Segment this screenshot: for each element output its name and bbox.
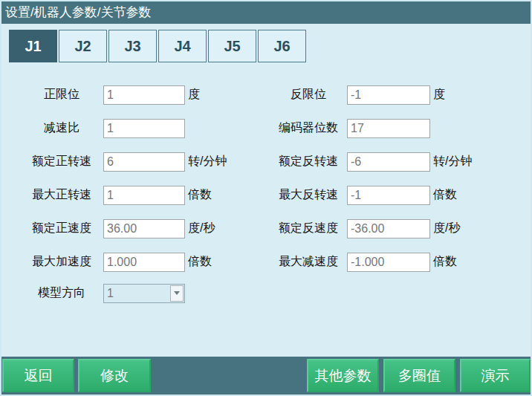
row-rated-reverse-velocity: 额定反速度 度/秒 (271, 212, 460, 245)
row-model-direction: 模型方向 1 (22, 276, 185, 310)
other-params-button[interactable]: 其他参数 (307, 359, 379, 392)
tab-j5[interactable]: J5 (208, 30, 256, 62)
max-reverse-speed-unit: 倍数 (433, 187, 457, 203)
row-rated-forward-speed: 额定正转速 转/分钟 (22, 145, 227, 178)
row-rated-forward-velocity: 额定正速度 度/秒 (22, 212, 215, 245)
rated-forward-velocity-unit: 度/秒 (188, 221, 215, 236)
row-reduction-ratio: 减速比 (22, 111, 188, 145)
joint-tabs: J1 J2 J3 J4 J5 J6 (9, 30, 531, 62)
model-direction-label: 模型方向 (22, 285, 102, 301)
max-forward-speed-input[interactable] (103, 186, 185, 205)
row-negative-limit: 反限位 度 (271, 78, 445, 111)
model-direction-dropdown[interactable]: 1 (103, 284, 185, 303)
row-positive-limit: 正限位 度 (22, 78, 200, 111)
max-reverse-speed-input[interactable] (347, 186, 430, 205)
row-rated-reverse-speed: 额定反转速 转/分钟 (271, 145, 472, 178)
tab-j1[interactable]: J1 (9, 30, 57, 62)
row-max-reverse-speed: 最大反转速 倍数 (271, 178, 457, 212)
rated-forward-speed-input[interactable] (103, 152, 185, 172)
rated-reverse-speed-unit: 转/分钟 (433, 154, 472, 169)
row-max-deceleration: 最大减速度 倍数 (271, 245, 457, 279)
max-acceleration-input[interactable] (103, 253, 185, 272)
row-max-forward-speed: 最大正转速 倍数 (22, 178, 212, 212)
footer-bar: 返回 修改 其他参数 多圈值 演示 (1, 357, 531, 395)
row-encoder-bits: 编码器位数 (271, 111, 433, 145)
reduction-ratio-label: 减速比 (22, 120, 102, 136)
multi-turn-button[interactable]: 多圈值 (383, 359, 455, 392)
modify-button[interactable]: 修改 (78, 359, 151, 392)
rated-reverse-speed-label: 额定反转速 (271, 154, 346, 169)
negative-limit-label: 反限位 (271, 87, 346, 103)
max-deceleration-label: 最大减速度 (271, 254, 346, 270)
dropdown-arrow-button[interactable] (170, 285, 184, 302)
negative-limit-input[interactable] (347, 85, 430, 105)
tab-j6[interactable]: J6 (258, 30, 306, 62)
rated-forward-velocity-label: 额定正速度 (22, 221, 102, 236)
row-max-acceleration: 最大加速度 倍数 (22, 245, 212, 279)
max-deceleration-unit: 倍数 (433, 254, 457, 270)
rated-forward-speed-label: 额定正转速 (22, 154, 102, 169)
positive-limit-label: 正限位 (22, 87, 102, 103)
encoder-bits-label: 编码器位数 (271, 120, 346, 136)
max-acceleration-label: 最大加速度 (22, 254, 102, 270)
rated-forward-speed-unit: 转/分钟 (188, 154, 227, 169)
rated-forward-velocity-input[interactable] (103, 219, 185, 238)
encoder-bits-input[interactable] (347, 119, 430, 138)
positive-limit-input[interactable] (103, 85, 185, 105)
demo-button[interactable]: 演示 (460, 359, 531, 392)
model-direction-value: 1 (104, 287, 170, 300)
max-forward-speed-label: 最大正转速 (22, 187, 102, 203)
back-button[interactable]: 返回 (2, 359, 74, 392)
max-deceleration-input[interactable] (347, 253, 430, 272)
tab-j4[interactable]: J4 (158, 30, 207, 62)
max-forward-speed-unit: 倍数 (188, 187, 212, 203)
max-reverse-speed-label: 最大反转速 (271, 187, 346, 203)
breadcrumb-title: 设置/机器人参数/关节参数 (5, 5, 151, 19)
max-acceleration-unit: 倍数 (188, 254, 212, 270)
negative-limit-unit: 度 (433, 87, 445, 103)
rated-reverse-speed-input[interactable] (347, 152, 430, 172)
rated-reverse-velocity-input[interactable] (347, 219, 430, 238)
rated-reverse-velocity-unit: 度/秒 (433, 221, 460, 236)
parameters-form: 正限位 度 减速比 额定正转速 转/分钟 最大正转速 倍数 额定正速度 度/秒 … (1, 78, 532, 345)
reduction-ratio-input[interactable] (103, 119, 185, 138)
joint-parameters-window: 设置/机器人参数/关节参数 J1 J2 J3 J4 J5 J6 正限位 度 减速… (0, 0, 532, 396)
chevron-down-icon (174, 291, 180, 295)
tab-j2[interactable]: J2 (59, 30, 107, 62)
titlebar: 设置/机器人参数/关节参数 (1, 1, 531, 24)
positive-limit-unit: 度 (188, 87, 200, 103)
tab-j3[interactable]: J3 (108, 30, 157, 62)
rated-reverse-velocity-label: 额定反速度 (271, 221, 346, 236)
